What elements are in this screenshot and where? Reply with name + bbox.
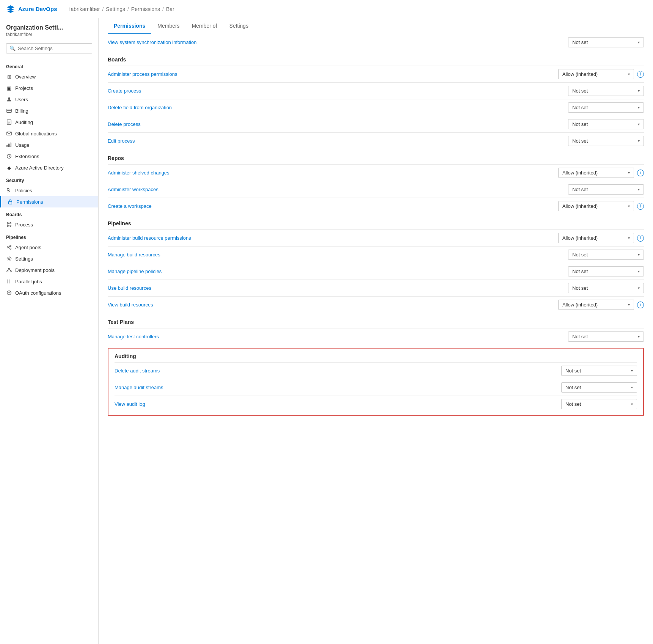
sidebar-item-projects[interactable]: ▣ Projects (0, 82, 98, 94)
svg-point-12 (7, 188, 9, 190)
info-icon[interactable]: i (637, 203, 644, 210)
permission-select[interactable]: Not set ▾ (568, 102, 644, 113)
permission-select[interactable]: Allow (inherited) ▾ (558, 300, 634, 310)
permission-name[interactable]: Use build resources (108, 285, 545, 291)
breadcrumb-item-3[interactable]: Permissions (131, 6, 160, 12)
permission-select[interactable]: Not set ▾ (568, 266, 644, 276)
permission-name[interactable]: Manage pipeline policies (108, 269, 545, 274)
permission-control: Allow (inherited) ▾ i (545, 233, 644, 243)
sidebar-item-label: Usage (15, 142, 30, 148)
search-input[interactable] (18, 46, 89, 51)
permission-select[interactable]: Not set ▾ (568, 119, 644, 129)
permission-name[interactable]: View system synchronization information (108, 39, 545, 45)
permission-select[interactable]: Not set ▾ (568, 283, 644, 293)
sidebar-item-label: Policies (15, 188, 32, 193)
sidebar-search[interactable]: 🔍 (6, 43, 92, 53)
permission-name[interactable]: Manage test controllers (108, 334, 545, 339)
svg-rect-13 (9, 201, 12, 204)
search-icon: 🔍 (9, 46, 16, 51)
permission-select[interactable]: Allow (inherited) ▾ (558, 69, 634, 79)
tab-members[interactable]: Members (151, 18, 185, 34)
sidebar-item-overview[interactable]: ⊞ Overview (0, 71, 98, 82)
sidebar-item-label: Auditing (15, 119, 33, 125)
permission-select[interactable]: Not set ▾ (568, 37, 644, 47)
permission-name[interactable]: Manage audit streams (115, 385, 538, 390)
permission-row: Manage pipeline policies Not set ▾ (108, 263, 644, 280)
permission-name[interactable]: Create process (108, 88, 545, 94)
section-test-plans: Test Plans Manage test controllers Not s… (108, 313, 644, 345)
agent-pools-icon (6, 244, 12, 250)
permission-row: Delete audit streams Not set ▾ (115, 362, 637, 379)
permission-select[interactable]: Not set ▾ (568, 86, 644, 96)
svg-point-25 (8, 258, 10, 259)
permission-value: Allow (inherited) (562, 302, 598, 308)
svg-line-29 (8, 269, 9, 271)
sidebar-item-label: Parallel jobs (15, 279, 42, 284)
breadcrumb-item-4[interactable]: Bar (166, 6, 174, 12)
permission-control: Not set ▾ (545, 119, 644, 129)
permission-select[interactable]: Not set ▾ (568, 184, 644, 195)
tab-settings[interactable]: Settings (223, 18, 255, 34)
permission-select[interactable]: Not set ▾ (568, 331, 644, 342)
sidebar-item-label: Billing (15, 108, 28, 114)
info-icon[interactable]: i (637, 71, 644, 78)
tab-permissions[interactable]: Permissions (108, 18, 151, 34)
permission-value: Not set (565, 385, 581, 390)
permission-row: Manage test controllers Not set ▾ (108, 328, 644, 345)
auditing-icon (6, 119, 12, 125)
permission-name[interactable]: Delete process (108, 121, 545, 127)
sidebar-item-billing[interactable]: Billing (0, 105, 98, 116)
sidebar-item-deployment-pools[interactable]: Deployment pools (0, 264, 98, 276)
permission-select[interactable]: Not set ▾ (561, 382, 637, 393)
permission-name[interactable]: Create a workspace (108, 203, 545, 209)
breadcrumb-item-2[interactable]: Settings (106, 6, 125, 12)
permission-name[interactable]: Delete field from organization (108, 105, 545, 110)
permission-name[interactable]: Administer process permissions (108, 71, 545, 77)
sidebar-item-usage[interactable]: Usage (0, 139, 98, 151)
permission-select[interactable]: Allow (inherited) ▾ (558, 233, 634, 243)
permission-name[interactable]: Edit process (108, 138, 545, 144)
permission-control: Not set ▾ (545, 184, 644, 195)
svg-rect-10 (10, 143, 11, 147)
sidebar-item-agent-pools[interactable]: Agent pools (0, 242, 98, 253)
permission-select[interactable]: Not set ▾ (561, 366, 637, 376)
permission-name[interactable]: Administer workspaces (108, 187, 545, 192)
breadcrumb: fabrikamfiber / Settings / Permissions /… (69, 6, 174, 12)
permission-name[interactable]: Manage build resources (108, 252, 545, 258)
svg-rect-8 (7, 145, 8, 147)
sidebar-item-policies[interactable]: Policies (0, 185, 98, 196)
permission-name[interactable]: View audit log (115, 401, 538, 407)
sidebar-item-extensions[interactable]: Extensions (0, 151, 98, 162)
sidebar-item-users[interactable]: Users (0, 94, 98, 105)
permission-name[interactable]: Administer build resource permissions (108, 235, 545, 241)
permission-value: Allow (inherited) (562, 170, 598, 176)
sidebar-item-global-notifications[interactable]: Global notifications (0, 128, 98, 139)
app-logo[interactable]: Azure DevOps (6, 5, 57, 14)
permission-select[interactable]: Allow (inherited) ▾ (558, 168, 634, 178)
permission-row: Administer process permissions Allow (in… (108, 66, 644, 82)
chevron-down-icon: ▾ (631, 369, 633, 373)
sidebar-item-auditing[interactable]: Auditing (0, 116, 98, 128)
breadcrumb-item-1[interactable]: fabrikamfiber (69, 6, 100, 12)
info-icon[interactable]: i (637, 170, 644, 176)
sidebar-item-process[interactable]: Process (0, 219, 98, 230)
permission-select[interactable]: Allow (inherited) ▾ (558, 201, 634, 211)
permission-name[interactable]: Administer shelved changes (108, 170, 545, 176)
sidebar-item-azure-active-directory[interactable]: ◆ Azure Active Directory (0, 162, 98, 173)
svg-line-30 (9, 269, 11, 271)
section-header-repos: Repos (108, 149, 644, 164)
info-icon[interactable]: i (637, 302, 644, 308)
permission-select[interactable]: Not set ▾ (568, 250, 644, 260)
tab-member-of[interactable]: Member of (186, 18, 223, 34)
sidebar-item-oauth-configurations[interactable]: OAuth configurations (0, 287, 98, 298)
billing-icon (6, 108, 12, 114)
permission-name[interactable]: Delete audit streams (115, 368, 538, 374)
sidebar-item-permissions[interactable]: Permissions (0, 196, 98, 207)
permission-name[interactable]: View build resources (108, 302, 545, 308)
sidebar-item-parallel-jobs[interactable]: Parallel jobs (0, 276, 98, 287)
permission-select[interactable]: Not set ▾ (568, 136, 644, 146)
info-icon[interactable]: i (637, 235, 644, 242)
chevron-down-icon: ▾ (638, 105, 640, 110)
permission-select[interactable]: Not set ▾ (561, 399, 637, 409)
sidebar-item-settings[interactable]: Settings (0, 253, 98, 264)
